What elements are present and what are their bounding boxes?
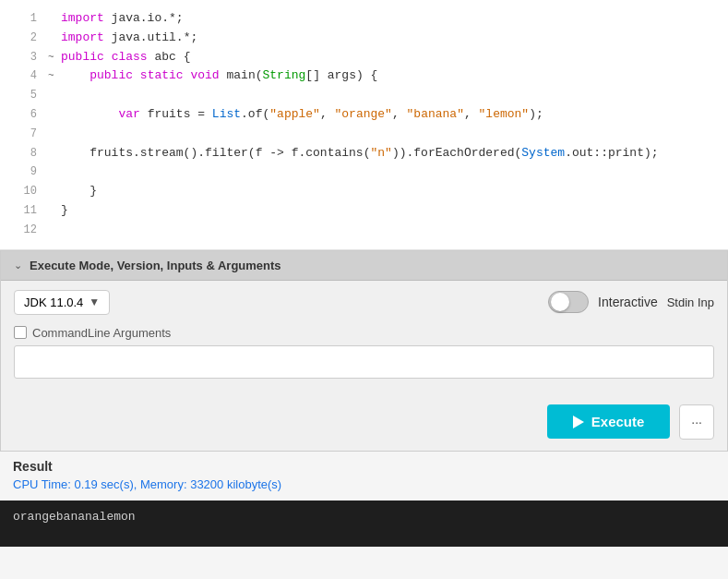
line-number: 2 [9,30,37,47]
code-line-9: 9 [0,163,728,182]
output-terminal: orangebananalemon [0,501,728,547]
line-number: 4 [9,67,37,85]
chevron-down-icon: ⌄ [14,259,22,271]
cmd-args-label-text: CommandLine Arguments [32,326,171,340]
cmd-args-checkbox[interactable] [14,326,27,339]
line-number: 1 [9,10,37,28]
jdk-version-select[interactable]: JDK 11.0.4 ▼ [14,290,110,315]
result-section: Result CPU Time: 0.19 sec(s), Memory: 33… [0,452,728,501]
jdk-dropdown-arrow: ▼ [89,296,100,308]
result-stats: CPU Time: 0.19 sec(s), Memory: 33200 kil… [13,477,715,491]
cmd-args-input[interactable] [14,345,714,379]
execute-footer: Execute ··· [1,395,727,451]
execute-panel-title: Execute Mode, Version, Inputs & Argument… [30,259,281,272]
line-number: 8 [9,145,37,163]
toggle-knob [551,293,569,311]
code-line-1: 1 import java.io.*; [0,9,728,29]
execute-options-row: JDK 11.0.4 ▼ Interactive Stdin Inp [14,290,714,315]
output-text: orangebananalemon [13,510,136,524]
line-number: 9 [9,163,37,181]
interactive-toggle-area: Interactive Stdin Inp [548,291,714,313]
code-line-2: 2 import java.util.*; [0,29,728,48]
line-number: 7 [9,126,37,143]
code-line-6: 6 var fruits = List.of("apple", "orange"… [0,105,728,125]
cmd-args-label-row: CommandLine Arguments [14,326,714,340]
fold-arrow-4: ~ [48,68,57,85]
execute-panel: ⌄ Execute Mode, Version, Inputs & Argume… [0,250,728,452]
interactive-label: Interactive [598,295,658,309]
code-line-7: 7 [0,125,728,144]
code-line-10: 10 } [0,182,728,201]
cmd-args-section: CommandLine Arguments [14,326,714,379]
jdk-version-label: JDK 11.0.4 [24,296,83,309]
stdin-label: Stdin Inp [667,296,714,309]
line-number: 10 [9,183,37,200]
line-number: 6 [9,106,37,124]
code-line-11: 11 } [0,201,728,221]
result-label: Result [13,459,715,474]
line-number: 5 [9,87,37,104]
code-line-8: 8 fruits.stream().filter(f -> f.contains… [0,144,728,163]
code-line-4: 4 ~ public static void main(String[] arg… [0,66,728,86]
execute-button-label: Execute [591,414,645,429]
code-line-12: 12 [0,221,728,240]
line-number: 3 [9,49,37,66]
code-line-3: 3 ~ public class abc { [0,48,728,67]
more-options-button[interactable]: ··· [679,404,714,440]
fold-arrow-3: ~ [48,50,57,66]
interactive-toggle[interactable] [548,291,589,313]
execute-panel-body: JDK 11.0.4 ▼ Interactive Stdin Inp Comma… [1,281,727,395]
play-icon [573,416,584,428]
execute-button[interactable]: Execute [547,404,671,439]
line-number: 11 [9,202,37,220]
code-editor[interactable]: 1 import java.io.*; 2 import java.util.*… [0,0,728,250]
line-number: 12 [9,222,37,239]
execute-panel-header[interactable]: ⌄ Execute Mode, Version, Inputs & Argume… [1,251,727,281]
more-options-label: ··· [691,415,702,429]
code-line-5: 5 [0,86,728,105]
